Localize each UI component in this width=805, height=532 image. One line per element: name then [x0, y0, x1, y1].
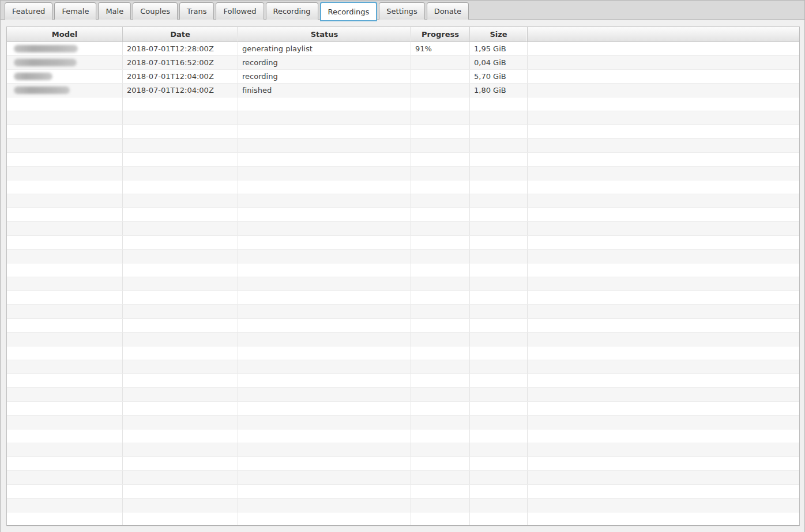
size-cell: 0,04 GiB [470, 56, 528, 69]
column-header-progress[interactable]: Progress [411, 27, 470, 41]
empty-cell [528, 319, 799, 332]
tab-settings[interactable]: Settings [379, 2, 424, 20]
empty-cell [7, 360, 123, 373]
empty-cell [123, 416, 238, 429]
empty-cell [411, 388, 470, 401]
empty-cell [411, 167, 470, 180]
empty-cell [411, 305, 470, 318]
empty-cell [411, 153, 470, 166]
table-row [7, 305, 799, 319]
table-row[interactable]: 2018-07-01T12:04:00Zrecording5,70 GiB [7, 70, 799, 84]
empty-cell [238, 111, 411, 124]
table-row [7, 416, 799, 429]
empty-cell [7, 429, 123, 443]
empty-cell [470, 263, 528, 277]
empty-cell [528, 429, 799, 443]
tab-donate[interactable]: Donate [427, 2, 469, 20]
tab-followed[interactable]: Followed [216, 2, 264, 20]
tab-recording[interactable]: Recording [266, 2, 318, 20]
tab-couples[interactable]: Couples [133, 2, 178, 20]
empty-cell [528, 125, 799, 138]
tab-bar: Featured Female Male Couples Trans Follo… [1, 1, 804, 20]
table-row[interactable]: 2018-07-01T16:52:00Zrecording0,04 GiB [7, 56, 799, 70]
empty-cell [7, 333, 123, 346]
tab-recordings[interactable]: Recordings [320, 2, 378, 21]
table-row [7, 222, 799, 236]
table-row [7, 139, 799, 153]
empty-cell [7, 222, 123, 235]
column-header-status[interactable]: Status [238, 27, 411, 41]
empty-cell [238, 416, 411, 429]
empty-cell [7, 512, 123, 525]
table-row[interactable]: 2018-07-01T12:04:00Zfinished1,80 GiB [7, 84, 799, 97]
empty-cell [470, 388, 528, 401]
empty-cell [7, 499, 123, 512]
empty-cell [470, 457, 528, 470]
table-row [7, 194, 799, 208]
empty-cell [528, 42, 799, 55]
empty-cell [123, 291, 238, 304]
empty-cell [470, 180, 528, 194]
empty-cell [7, 319, 123, 332]
tab-featured[interactable]: Featured [5, 2, 52, 20]
column-header-date[interactable]: Date [123, 27, 238, 41]
empty-cell [528, 194, 799, 207]
empty-cell [123, 402, 238, 415]
column-header-size[interactable]: Size [470, 27, 528, 41]
empty-cell [528, 236, 799, 249]
tab-female[interactable]: Female [54, 2, 96, 20]
empty-cell [7, 388, 123, 401]
empty-cell [411, 443, 470, 456]
empty-cell [411, 416, 470, 429]
empty-cell [470, 291, 528, 304]
empty-cell [528, 208, 799, 221]
empty-cell [411, 111, 470, 124]
empty-cell [238, 333, 411, 346]
empty-cell [470, 222, 528, 235]
empty-cell [7, 167, 123, 180]
table-row [7, 167, 799, 180]
content-area: Model Date Status Progress Size 2018-07-… [1, 20, 804, 532]
table-row [7, 125, 799, 139]
empty-cell [123, 97, 238, 111]
tab-male[interactable]: Male [98, 2, 131, 20]
progress-cell: 91% [411, 42, 470, 55]
empty-cell [470, 139, 528, 152]
redacted-model-name [14, 86, 70, 94]
empty-cell [411, 485, 470, 498]
empty-cell [238, 139, 411, 152]
table-row [7, 485, 799, 499]
empty-cell [238, 236, 411, 249]
empty-cell [123, 222, 238, 235]
empty-cell [470, 250, 528, 263]
redacted-model-name [14, 59, 77, 66]
empty-cell [123, 139, 238, 152]
column-header-model[interactable]: Model [7, 27, 123, 41]
empty-cell [238, 485, 411, 498]
empty-cell [7, 416, 123, 429]
tab-trans[interactable]: Trans [179, 2, 214, 20]
table-row [7, 236, 799, 250]
empty-cell [528, 471, 799, 484]
table-row [7, 153, 799, 167]
empty-cell [528, 333, 799, 346]
table-row [7, 250, 799, 263]
empty-cell [238, 457, 411, 470]
empty-cell [528, 485, 799, 498]
empty-cell [470, 471, 528, 484]
empty-cell [411, 194, 470, 207]
empty-cell [470, 443, 528, 456]
empty-cell [470, 374, 528, 387]
empty-cell [7, 208, 123, 221]
empty-cell [411, 97, 470, 111]
empty-cell [238, 499, 411, 512]
table-row[interactable]: 2018-07-01T12:28:00Zgenerating playlist9… [7, 42, 799, 56]
empty-cell [411, 277, 470, 290]
empty-cell [238, 167, 411, 180]
empty-cell [528, 139, 799, 152]
empty-cell [238, 471, 411, 484]
date-cell: 2018-07-01T12:04:00Z [123, 84, 238, 97]
empty-cell [411, 457, 470, 470]
app-window: Featured Female Male Couples Trans Follo… [0, 0, 805, 532]
empty-cell [528, 346, 799, 360]
